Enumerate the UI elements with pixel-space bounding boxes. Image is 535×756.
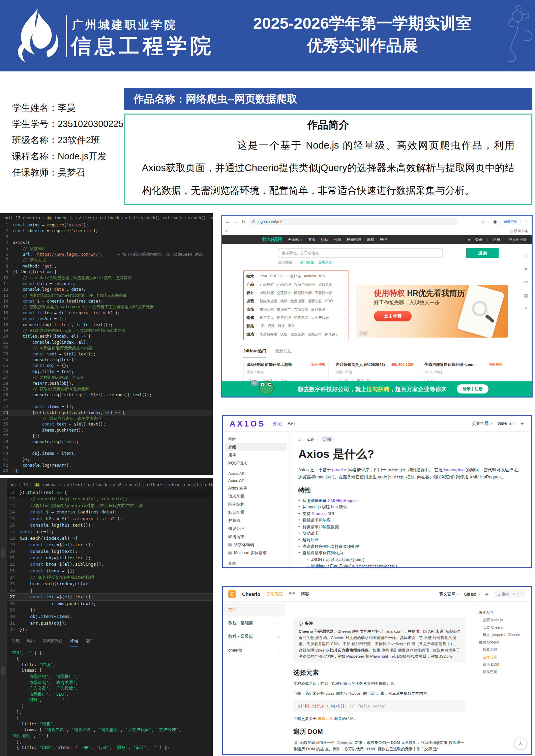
- category-link[interactable]: 产品总监: [260, 282, 274, 287]
- sidebar-item[interactable]: cheerio›: [223, 643, 285, 657]
- address-bar[interactable]: ◎ lagou.com/wn/: [249, 218, 458, 225]
- category-row[interactable]: 技术JavaPHPC++区块链AndroidiOS›: [246, 274, 346, 279]
- category-link[interactable]: COO: [325, 299, 333, 304]
- site-settings-icon[interactable]: ◎: [252, 219, 256, 224]
- category-link[interactable]: 大客户代表: [311, 315, 329, 320]
- sidebar-item[interactable]: 取消请求: [225, 533, 287, 541]
- category-link[interactable]: UI设计师: [260, 291, 274, 295]
- panel-tab[interactable]: 端口: [86, 638, 94, 647]
- toc-item[interactable]: 加载文档: [479, 646, 526, 654]
- sidebar-item[interactable]: 请求体编码: [225, 541, 287, 549]
- category-link[interactable]: 财务: [278, 324, 285, 328]
- site-switcher[interactable]: 全国站 ▼: [288, 237, 303, 242]
- category-link[interactable]: 市场策划: [294, 307, 308, 312]
- search-box[interactable]: 搜索 ⌘ K: [494, 590, 526, 598]
- nav-item[interactable]: 校园招聘: [347, 237, 361, 242]
- panel-tab[interactable]: 输出: [27, 638, 35, 647]
- theme-toggle-icon[interactable]: ☀: [485, 592, 489, 597]
- apps-grid-icon[interactable]: ⊞: [225, 229, 228, 233]
- category-link[interactable]: 销售总监: [294, 315, 308, 320]
- url-text[interactable]: lagou.com/wn/: [258, 220, 281, 224]
- breadcrumb-item[interactable]: unit-13-cheerio: [3, 216, 40, 220]
- nav-item[interactable]: 首页: [308, 237, 316, 242]
- category-link[interactable]: 政府关系: [311, 307, 325, 312]
- jobs-tab[interactable]: 最新职位: [275, 348, 292, 357]
- breadcrumb-item[interactable]: h2s.each() callback: [116, 482, 162, 487]
- footer-login-register-button[interactable]: 登录｜注册: [457, 384, 488, 393]
- sidebar-item[interactable]: 介绍: [225, 443, 287, 451]
- category-row[interactable]: 产品产品总监产品经理数据产品经理游戏策划›: [246, 282, 346, 287]
- all-bookmarks[interactable]: □ 所有书签: [510, 229, 528, 233]
- nav-item[interactable]: 公司: [334, 237, 341, 242]
- panel-tab[interactable]: 调试控制台: [42, 638, 63, 647]
- lagou-logo[interactable]: 拉勾招聘: [262, 237, 283, 243]
- breadcrumb[interactable]: unit-13›JSindex.js›then() callback›h2s.e…: [7, 478, 213, 489]
- category-link[interactable]: 区块链: [290, 274, 301, 279]
- category-link[interactable]: 行政: [268, 324, 275, 328]
- sidebar-item[interactable]: Axios API: [225, 477, 287, 484]
- forward-icon[interactable]: →: [233, 219, 238, 224]
- breadcrumb-item[interactable]: index.js: [54, 216, 73, 220]
- toc-item[interactable]: 使用 Cheerio: [479, 639, 526, 646]
- breadcrumb-item[interactable]: each() callback: [191, 216, 213, 220]
- nav-item[interactable]: APP: [380, 237, 387, 242]
- category-link[interactable]: 市场推广: [277, 307, 291, 312]
- menu-kebab-icon[interactable]: ⋮: [524, 219, 528, 224]
- enterprise-link[interactable]: 进入企业版: [508, 237, 527, 242]
- home-icon[interactable]: ⌂: [298, 437, 300, 441]
- toc-item[interactable]: 导入（import） Cheerio: [479, 631, 526, 639]
- sidebar-item[interactable]: Multipart 实体请求: [225, 549, 287, 557]
- nav-item[interactable]: 职位: [321, 237, 328, 242]
- panel-icon[interactable]: ▤: [524, 292, 528, 298]
- code-editor[interactable]: 11}).then((res) => {12 // console.log('r…: [0, 489, 213, 633]
- category-row[interactable]: 市场市场营销市场推广市场策划政府关系›: [246, 307, 346, 312]
- category-link[interactable]: 审计: [288, 324, 295, 328]
- jobs-tab[interactable]: 24Hour热门: [243, 348, 266, 357]
- panel-tab[interactable]: 终端: [70, 638, 78, 647]
- github-link[interactable]: GitHub ↗: [464, 592, 480, 597]
- category-link[interactable]: 运营总监: [308, 299, 322, 304]
- category-link[interactable]: C++: [280, 274, 287, 279]
- category-link[interactable]: 平面设计师: [315, 291, 333, 295]
- nav-link[interactable]: 博客: [301, 591, 309, 597]
- breadcrumb-item[interactable]: bros.each() callback: [172, 482, 213, 487]
- breadcrumb-item[interactable]: titles.each() callback: [128, 216, 182, 220]
- hot-search-link[interactable]: 更快入职: [318, 260, 332, 265]
- breadcrumb-item[interactable]: index.js: [42, 482, 62, 487]
- category-link[interactable]: iOS: [319, 274, 325, 279]
- sidebar-item[interactable]: POST请求: [225, 460, 287, 467]
- breadcrumb-item[interactable]: then() callback: [83, 216, 119, 220]
- category-link[interactable]: 游戏策划: [291, 332, 305, 337]
- category-row[interactable]: 职能HR行政财务审计›: [246, 324, 346, 329]
- theme-toggle-icon[interactable]: ☀: [520, 421, 524, 427]
- category-link[interactable]: 产品经理: [277, 282, 291, 287]
- category-link[interactable]: Android: [304, 274, 316, 279]
- toc-item[interactable]: 安装 Cheerio: [479, 624, 526, 631]
- scroll-indicator[interactable]: [1, 548, 5, 557]
- star-icon[interactable]: ☆: [524, 253, 528, 258]
- send-icon[interactable]: ➤: [524, 266, 528, 272]
- sidebar-item[interactable]: 教程 - 基础篇›: [223, 617, 285, 630]
- category-link[interactable]: 网页设计师: [294, 291, 312, 295]
- download-icon[interactable]: ↓: [488, 219, 490, 224]
- cheerio-brand[interactable]: Cheerio: [242, 592, 260, 597]
- category-link[interactable]: 数据运营: [291, 299, 305, 304]
- category-link[interactable]: 游戏运营: [308, 332, 322, 337]
- breadcrumb-current[interactable]: 介绍: [321, 436, 334, 442]
- category-link[interactable]: 交互设计: [277, 291, 291, 295]
- toc-item[interactable]: 选择元素: [479, 654, 526, 661]
- toc-item[interactable]: 设置 Node.js: [479, 617, 526, 624]
- nav-link[interactable]: API: [288, 421, 295, 427]
- category-row[interactable]: 运营新媒体运营编辑数据运营运营总监COO›: [246, 299, 346, 304]
- update-chrome-button[interactable]: 完成更新: [500, 218, 521, 225]
- sidebar-item[interactable]: 用例: [225, 451, 287, 459]
- breadcrumb-item[interactable]: unit-13: [11, 482, 28, 487]
- code-editor[interactable]: 1const axios = require('axios');2const c…: [0, 222, 213, 474]
- login-link[interactable]: 登录: [475, 237, 482, 242]
- back-icon[interactable]: ←: [225, 219, 230, 224]
- register-link[interactable]: 注册: [493, 237, 500, 242]
- breadcrumb-item[interactable]: 起步: [307, 437, 314, 442]
- panel-tab[interactable]: 问题: [11, 638, 20, 647]
- category-link[interactable]: 新媒体运营: [260, 299, 277, 304]
- sidebar-item[interactable]: 教程 - 高级篇›: [223, 630, 285, 643]
